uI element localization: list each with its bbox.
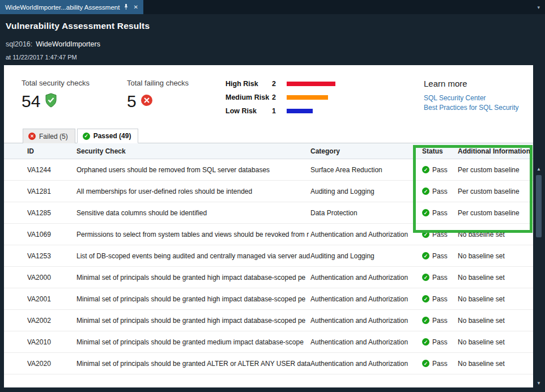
page-title: Vulnerability Assessment Results xyxy=(6,21,539,31)
row-status: Pass xyxy=(422,231,458,238)
row-security-check: Minimal set of principals should be gran… xyxy=(76,338,310,346)
pass-icon xyxy=(422,317,429,324)
tab-passed[interactable]: Passed (49) xyxy=(77,129,139,143)
close-icon[interactable]: ✕ xyxy=(133,4,138,10)
summary-strip: Total security checks 54 Total failing c… xyxy=(4,65,533,121)
pass-icon xyxy=(422,252,429,259)
row-category: Authentication and Authorization xyxy=(310,338,422,346)
tab-passed-label: Passed (49) xyxy=(93,132,131,140)
best-practices-link[interactable]: Best Practices for SQL Security xyxy=(424,104,519,112)
pass-icon xyxy=(422,338,429,346)
row-status-label: Pass xyxy=(432,317,448,325)
medium-risk-bar xyxy=(287,95,328,100)
tab-failed-label: Failed (5) xyxy=(39,133,68,140)
row-status: Pass xyxy=(422,274,458,282)
table-row[interactable]: VA2010 Minimal set of principals should … xyxy=(4,331,533,353)
table-row[interactable]: VA1285 Sensitive data columns should be … xyxy=(4,202,533,224)
table-row[interactable]: VA1281 All memberships for user-defined … xyxy=(4,181,533,202)
risk-breakdown: High Risk 2 Medium Risk 2 Low Risk 1 xyxy=(225,79,346,121)
table-body: VA1244 Orphaned users should be removed … xyxy=(4,159,533,374)
row-status: Pass xyxy=(422,360,458,368)
row-category: Authentication and Authorization xyxy=(310,360,422,368)
scroll-thumb[interactable] xyxy=(536,175,542,237)
total-checks-label: Total security checks xyxy=(22,79,127,87)
scroll-down-icon[interactable]: ▼ xyxy=(537,380,541,387)
row-status-label: Pass xyxy=(432,295,448,303)
pass-icon xyxy=(422,188,429,195)
row-additional-info: Per custom baseline xyxy=(458,166,531,174)
row-status-label: Pass xyxy=(432,338,448,346)
scroll-up-icon[interactable]: ▲ xyxy=(537,166,541,173)
row-status-label: Pass xyxy=(432,188,448,195)
assessment-header: Vulnerability Assessment Results sql2016… xyxy=(0,14,545,65)
row-status-label: Pass xyxy=(432,360,448,368)
pass-icon xyxy=(422,231,429,238)
column-header-id: ID xyxy=(27,147,76,155)
document-tab-title: WideWorldImporter...ability Assessment xyxy=(5,4,120,11)
row-status: Pass xyxy=(422,166,458,174)
row-id: VA2020 xyxy=(27,360,76,368)
row-status-label: Pass xyxy=(432,231,448,238)
column-header-status: Status xyxy=(422,147,458,155)
row-additional-info: Per custom baseline xyxy=(458,209,531,217)
table-row[interactable]: VA1244 Orphaned users should be removed … xyxy=(4,159,533,181)
row-additional-info: No baseline set xyxy=(458,252,531,260)
high-risk-bar xyxy=(287,82,335,86)
table-row[interactable]: VA1069 Permissions to select from system… xyxy=(4,224,533,245)
table-row[interactable]: VA1253 List of DB-scoped events being au… xyxy=(4,245,533,267)
window-dropdown-icon[interactable]: ▾ xyxy=(537,0,545,14)
row-id: VA2001 xyxy=(27,295,76,303)
tab-failed[interactable]: Failed (5) xyxy=(23,129,75,143)
column-header-security-check: Security Check xyxy=(76,147,310,155)
row-status: Pass xyxy=(422,295,458,303)
row-id: VA1285 xyxy=(27,209,76,217)
row-additional-info: Per custom baseline xyxy=(458,188,531,195)
pin-icon[interactable] xyxy=(124,3,129,11)
column-header-additional-information: Additional Information xyxy=(458,147,531,155)
pass-icon xyxy=(422,166,429,173)
row-status-label: Pass xyxy=(432,209,448,217)
row-category: Data Protection xyxy=(310,209,422,217)
low-risk-bar xyxy=(287,109,313,113)
row-category: Auditing and Logging xyxy=(310,188,422,195)
row-security-check: Minimal set of principals should be gran… xyxy=(76,317,310,325)
row-id: VA1244 xyxy=(27,166,76,174)
row-security-check: Sensitive data columns should be identif… xyxy=(76,209,310,217)
row-status-label: Pass xyxy=(432,274,448,282)
table-row[interactable]: VA2002 Minimal set of principals should … xyxy=(4,310,533,331)
row-security-check: Minimal set of principals should be gran… xyxy=(76,360,310,368)
table-row[interactable]: VA2001 Minimal set of principals should … xyxy=(4,288,533,310)
row-category: Authentication and Authorization xyxy=(310,317,422,325)
ssms-document-window: WideWorldImporter...ability Assessment ✕… xyxy=(0,0,545,392)
table-header-row: ID Security Check Category Status Additi… xyxy=(4,143,533,159)
row-category: Auditing and Logging xyxy=(310,252,422,260)
row-security-check: List of DB-scoped events being audited a… xyxy=(76,252,310,260)
high-risk-row: High Risk 2 xyxy=(225,80,346,88)
column-header-category: Category xyxy=(310,147,422,155)
row-id: VA2010 xyxy=(27,338,76,346)
row-status: Pass xyxy=(422,317,458,325)
table-row[interactable]: VA2020 Minimal set of principals should … xyxy=(4,353,533,374)
row-id: VA1281 xyxy=(27,188,76,195)
server-database-line: sql2016:WideWorldImporters xyxy=(6,40,539,48)
pass-icon xyxy=(422,295,429,302)
scan-timestamp: at 11/22/2017 1:47:47 PM xyxy=(6,54,539,61)
total-checks-block: Total security checks 54 xyxy=(22,79,127,121)
row-security-check: Minimal set of principals should be gran… xyxy=(76,295,310,303)
row-additional-info: No baseline set xyxy=(458,360,531,368)
table-row[interactable]: VA2000 Minimal set of principals should … xyxy=(4,267,533,288)
row-additional-info: No baseline set xyxy=(458,231,531,238)
table-scrollbar[interactable]: ▲ ▼ xyxy=(534,166,543,387)
sql-security-center-link[interactable]: SQL Security Center xyxy=(424,94,519,102)
row-status-label: Pass xyxy=(432,166,448,174)
error-circle-icon xyxy=(140,94,153,109)
row-additional-info: No baseline set xyxy=(458,338,531,346)
pass-icon xyxy=(422,360,429,367)
row-id: VA2000 xyxy=(27,274,76,282)
medium-risk-row: Medium Risk 2 xyxy=(225,93,346,101)
document-tab[interactable]: WideWorldImporter...ability Assessment ✕ xyxy=(0,0,143,14)
pass-icon xyxy=(422,274,429,281)
row-status: Pass xyxy=(422,252,458,260)
document-tab-bar: WideWorldImporter...ability Assessment ✕… xyxy=(0,0,545,14)
row-status-label: Pass xyxy=(432,252,448,260)
